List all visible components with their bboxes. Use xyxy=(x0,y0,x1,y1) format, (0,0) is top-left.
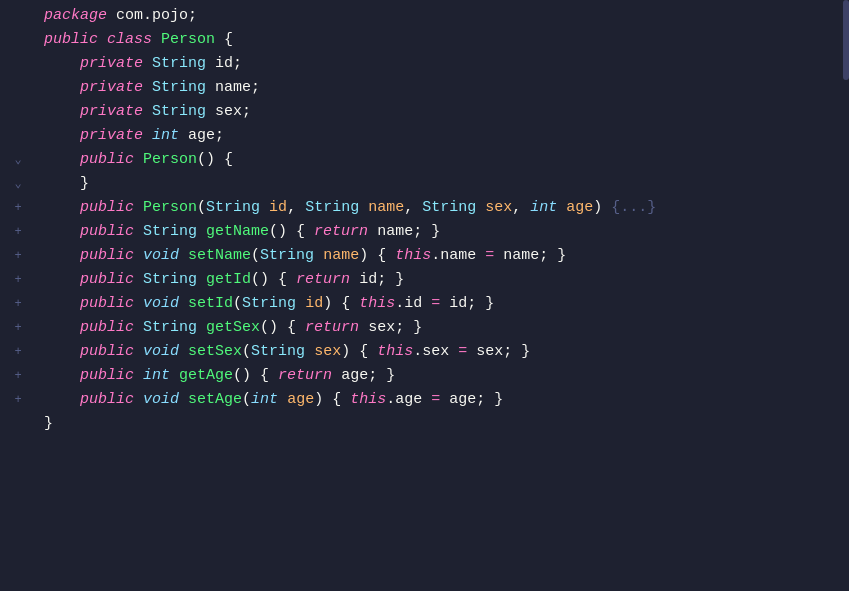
gutter-9: + xyxy=(0,199,36,218)
code-content-8: } xyxy=(36,172,849,196)
code-content-6: private int age; xyxy=(36,124,849,148)
gutter-17: + xyxy=(0,391,36,410)
gutter-11: + xyxy=(0,247,36,266)
code-content-7: public Person() { xyxy=(36,148,849,172)
expand-icon-9[interactable]: + xyxy=(14,199,21,218)
gutter-13: + xyxy=(0,295,36,314)
code-line-13: + public void setId(String id) { this.id… xyxy=(0,292,849,316)
code-content-12: public String getId() { return id; } xyxy=(36,268,849,292)
code-content-3: private String id; xyxy=(36,52,849,76)
code-editor: package com.pojo; public class Person { … xyxy=(0,0,849,591)
scrollbar[interactable] xyxy=(843,0,849,591)
scroll-thumb[interactable] xyxy=(843,0,849,80)
expand-icon-10[interactable]: + xyxy=(14,223,21,242)
expand-icon-14[interactable]: + xyxy=(14,319,21,338)
gutter-8: ⌄ xyxy=(0,175,36,194)
code-content-11: public void setName(String name) { this.… xyxy=(36,244,849,268)
code-content-1: package com.pojo; xyxy=(36,4,849,28)
code-content-9: public Person(String id, String name, St… xyxy=(36,196,849,220)
code-line-15: + public void setSex(String sex) { this.… xyxy=(0,340,849,364)
expand-icon-11[interactable]: + xyxy=(14,247,21,266)
code-content-16: public int getAge() { return age; } xyxy=(36,364,849,388)
code-line-8: ⌄ } xyxy=(0,172,849,196)
expand-icon-12[interactable]: + xyxy=(14,271,21,290)
code-content-15: public void setSex(String sex) { this.se… xyxy=(36,340,849,364)
code-line-10: + public String getName() { return name;… xyxy=(0,220,849,244)
code-line-9: + public Person(String id, String name, … xyxy=(0,196,849,220)
code-content-14: public String getSex() { return sex; } xyxy=(36,316,849,340)
gutter-15: + xyxy=(0,343,36,362)
expand-icon-16[interactable]: + xyxy=(14,367,21,386)
code-line-18: } xyxy=(0,412,849,436)
expand-icon-13[interactable]: + xyxy=(14,295,21,314)
gutter-16: + xyxy=(0,367,36,386)
code-line-2: public class Person { xyxy=(0,28,849,52)
expand-icon-15[interactable]: + xyxy=(14,343,21,362)
fold-icon-7[interactable]: ⌄ xyxy=(14,151,21,170)
code-content-18: } xyxy=(36,412,849,436)
code-line-12: + public String getId() { return id; } xyxy=(0,268,849,292)
code-line-11: + public void setName(String name) { thi… xyxy=(0,244,849,268)
code-line-5: private String sex; xyxy=(0,100,849,124)
code-line-1: package com.pojo; xyxy=(0,4,849,28)
code-content-5: private String sex; xyxy=(36,100,849,124)
gutter-14: + xyxy=(0,319,36,338)
expand-icon-17[interactable]: + xyxy=(14,391,21,410)
gutter-7: ⌄ xyxy=(0,151,36,170)
code-content-10: public String getName() { return name; } xyxy=(36,220,849,244)
code-line-4: private String name; xyxy=(0,76,849,100)
code-line-6: private int age; xyxy=(0,124,849,148)
fold-icon-8[interactable]: ⌄ xyxy=(14,175,21,194)
gutter-10: + xyxy=(0,223,36,242)
code-line-3: private String id; xyxy=(0,52,849,76)
code-line-16: + public int getAge() { return age; } xyxy=(0,364,849,388)
code-content-2: public class Person { xyxy=(36,28,849,52)
gutter-12: + xyxy=(0,271,36,290)
code-content-4: private String name; xyxy=(36,76,849,100)
code-line-14: + public String getSex() { return sex; } xyxy=(0,316,849,340)
code-line-17: + public void setAge(int age) { this.age… xyxy=(0,388,849,412)
code-line-7: ⌄ public Person() { xyxy=(0,148,849,172)
code-content-17: public void setAge(int age) { this.age =… xyxy=(36,388,849,412)
code-content-13: public void setId(String id) { this.id =… xyxy=(36,292,849,316)
